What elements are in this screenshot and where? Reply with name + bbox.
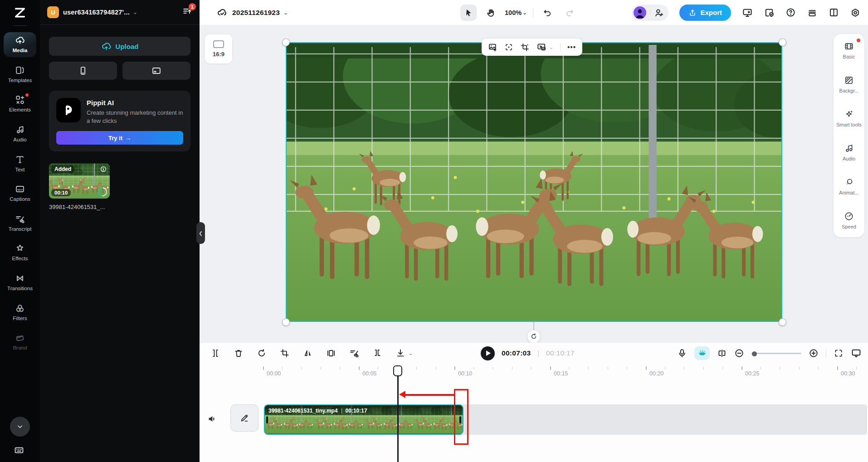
sidebar-item-text[interactable]: Text	[4, 151, 36, 176]
help-icon[interactable]	[785, 7, 796, 18]
fit-canvas-icon[interactable]	[504, 43, 513, 52]
inspector-tab-smart-tools[interactable]: Smart tools	[836, 109, 862, 128]
replace-chevron-down-icon[interactable]: ⌄	[549, 44, 553, 50]
crop-icon[interactable]	[280, 348, 290, 358]
undo-button[interactable]	[539, 5, 556, 21]
timeline-clip[interactable]: 39981-424061531_tiny.mp4 00:10:17	[264, 404, 463, 435]
inspector-tab-background[interactable]: Backgr...	[839, 75, 859, 94]
track-mute-icon[interactable]	[207, 413, 218, 424]
backup-shield-icon[interactable]	[764, 7, 775, 18]
inspector-tab-audio[interactable]: Audio	[843, 143, 855, 162]
download-icon[interactable]	[395, 348, 405, 358]
hand-tool-button[interactable]	[483, 5, 499, 21]
fullscreen-icon[interactable]	[834, 348, 844, 358]
add-media-icon[interactable]	[488, 43, 497, 52]
auto-captions-button[interactable]	[694, 346, 710, 360]
inspector-tab-basic[interactable]: Basic	[843, 41, 855, 60]
rotate-clip-icon[interactable]	[257, 348, 267, 358]
split-icon[interactable]	[210, 348, 220, 358]
sidebar-item-filters[interactable]: Filters	[4, 300, 36, 325]
clip-name: 39981-424061531_tiny.mp4	[268, 408, 338, 414]
split-panels-icon[interactable]	[829, 7, 839, 18]
selection-handle-bottom-left[interactable]	[282, 318, 290, 326]
mirror-icon[interactable]	[303, 348, 313, 358]
voiceover-mic-icon[interactable]	[677, 348, 687, 358]
timeline-zoom-slider[interactable]	[751, 350, 801, 356]
try-it-button[interactable]: Try it →	[56, 131, 183, 145]
media-item-filename: 39981-424061531_...	[49, 204, 110, 210]
ruler-label: 00:15	[554, 370, 568, 377]
export-button[interactable]: Export	[679, 5, 731, 21]
clip-trim-handle-left[interactable]	[266, 416, 268, 423]
selection-handle-top-right[interactable]	[779, 39, 786, 46]
video-preview[interactable]	[286, 42, 782, 322]
timeline-zoom-out-icon[interactable]	[734, 348, 744, 358]
annotation-red-arrow-shaft	[405, 394, 455, 396]
preview-display-icon[interactable]	[851, 348, 862, 359]
timeline-ruler[interactable]: 00:00 00:05 00:10 00:15 00:20 00:25 00:3…	[200, 365, 868, 378]
screen-record-button[interactable]	[122, 62, 190, 80]
effects-star-icon	[15, 243, 25, 253]
auto-captions-icon	[697, 349, 707, 358]
compare-icon[interactable]	[326, 348, 336, 358]
timeline-zoom-in-icon[interactable]	[809, 348, 819, 358]
sidebar-item-transitions[interactable]: Transitions	[4, 270, 36, 295]
panel-collapse-handle[interactable]: ❮	[196, 222, 205, 244]
aspect-ratio-chip[interactable]: 16:9	[205, 34, 232, 63]
track-expand-icon[interactable]	[717, 348, 727, 358]
install-app-icon[interactable]	[742, 7, 753, 18]
add-person-icon[interactable]	[654, 8, 664, 18]
collaboration-pill	[632, 5, 668, 21]
media-item-thumbnail[interactable]: Added 00:10	[49, 163, 110, 199]
smart-split-icon[interactable]	[372, 348, 382, 358]
play-button[interactable]	[481, 346, 495, 360]
undo-icon	[542, 8, 552, 18]
user-name[interactable]: user634163794827'...	[63, 9, 130, 16]
sidebar-item-audio[interactable]: Audio	[4, 122, 36, 146]
rotate-handle[interactable]	[527, 330, 540, 342]
notification-badge: 1	[189, 3, 196, 10]
rail-divider	[13, 25, 27, 26]
sidebar-item-templates[interactable]: Templates	[4, 62, 36, 87]
canvas-zoom-control[interactable]: 100% ⌄	[505, 9, 527, 16]
account-chevron-down-icon[interactable]: ⌄	[133, 9, 137, 15]
select-tool-button[interactable]	[460, 5, 477, 21]
delete-icon[interactable]	[234, 348, 244, 358]
media-cloud-icon	[15, 35, 25, 45]
cloud-saved-icon	[217, 7, 228, 18]
replace-media-icon[interactable]	[536, 42, 546, 52]
upload-button[interactable]: Upload	[49, 37, 190, 56]
download-chevron-down-icon[interactable]: ⌄	[409, 350, 413, 356]
upload-from-phone-button[interactable]	[49, 62, 117, 80]
redo-button[interactable]	[561, 5, 578, 21]
avatar[interactable]	[634, 6, 646, 19]
sidebar-item-media[interactable]: Media	[4, 32, 36, 57]
project-title-group[interactable]: 202511261923 ⌄	[217, 7, 288, 18]
selection-handle-bottom-right[interactable]	[779, 318, 786, 326]
templates-icon	[15, 65, 25, 75]
smart-crop-icon[interactable]	[520, 43, 530, 52]
more-options-icon[interactable]: •••	[567, 44, 576, 51]
layout-stack-icon[interactable]	[807, 7, 818, 18]
rail-collapse-button[interactable]	[10, 417, 30, 437]
sidebar-item-captions[interactable]: Captions	[4, 181, 36, 206]
selection-handle-top-left[interactable]	[282, 39, 290, 46]
timeline-right-controls	[677, 345, 862, 361]
sidebar-item-brand[interactable]: Brand	[4, 330, 36, 355]
text-cut-icon[interactable]	[349, 348, 359, 358]
sidebar-item-effects[interactable]: Effects	[4, 240, 36, 265]
info-icon[interactable]	[100, 165, 107, 173]
inspector-tab-animation[interactable]: Animat...	[839, 177, 858, 196]
upload-list-button[interactable]: 1	[182, 6, 192, 18]
user-avatar[interactable]: U	[47, 6, 59, 18]
sidebar-item-elements[interactable]: Elements	[4, 92, 36, 117]
settings-gear-icon[interactable]	[850, 7, 861, 18]
inspector-tab-speed[interactable]: Speed	[842, 211, 856, 230]
track-edit-button[interactable]	[230, 404, 258, 432]
keyboard-shortcuts-button[interactable]	[14, 445, 24, 457]
sidebar-item-transcript[interactable]: Transcript	[4, 211, 36, 236]
captions-icon	[15, 184, 25, 194]
app-logo[interactable]	[0, 0, 40, 25]
slider-knob[interactable]	[752, 351, 757, 356]
animation-icon	[844, 177, 854, 187]
